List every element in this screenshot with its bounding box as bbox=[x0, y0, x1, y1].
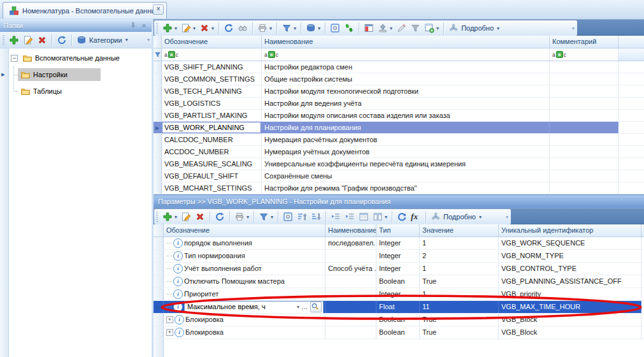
fan-button[interactable]: Подробно▾ bbox=[447, 22, 501, 34]
expand-box-icon[interactable]: + bbox=[166, 316, 173, 323]
table-row[interactable]: CALCDOC_NUMBERНумерация расчётных докуме… bbox=[154, 134, 644, 146]
editor-dropdown-button[interactable]: ▾ bbox=[297, 301, 299, 313]
name-cell[interactable]: Нумерация учётных документов bbox=[262, 146, 550, 157]
tab-nomenclature[interactable]: Номенклатура - Вспомогательные данные bbox=[3, 2, 167, 18]
value-cell[interactable]: True bbox=[420, 314, 499, 326]
table-row[interactable]: VGB_COMMON_SETTINGSОбщие настройки систе… bbox=[154, 73, 644, 85]
delete-button[interactable]: ▾ bbox=[197, 22, 216, 34]
table-button[interactable] bbox=[357, 211, 371, 222]
refresh-button[interactable] bbox=[213, 211, 227, 222]
designation-cell[interactable]: iУчёт выполнения работ bbox=[164, 263, 326, 275]
tree-item-content[interactable]: Таблицы bbox=[18, 85, 64, 98]
name-cell[interactable]: Сохранённые смены bbox=[262, 170, 550, 182]
tree-item-content[interactable]: Настройки bbox=[18, 68, 101, 81]
categories-button[interactable]: Категории▾ bbox=[75, 34, 130, 46]
uid-cell[interactable]: VGB_CONTROL_TYPE bbox=[499, 263, 641, 275]
name-cell[interactable]: Настройки для режима "График производств… bbox=[262, 182, 550, 194]
print-button[interactable]: ▾ bbox=[233, 211, 251, 222]
column-header-type[interactable]: Тип bbox=[376, 224, 420, 237]
comment-cell[interactable] bbox=[550, 73, 619, 85]
column-header-designation[interactable]: Обозначение bbox=[164, 224, 326, 237]
parameter-row[interactable]: iТип нормированияInteger2VGB_NORM_TYPE bbox=[154, 250, 644, 263]
new-window-button[interactable]: ▾ bbox=[422, 22, 441, 34]
parameter-editor-input[interactable]: Максимальное время, ч▾… bbox=[184, 301, 324, 313]
designation-cell[interactable]: iОтключить Помощник мастера bbox=[164, 275, 326, 288]
table-row[interactable]: VGB_TECH_PLANNINGНастройки модуля технол… bbox=[154, 85, 644, 98]
type-cell[interactable]: Integer bbox=[376, 237, 420, 249]
uid-cell[interactable]: VGB_Block bbox=[499, 314, 641, 326]
comment-cell[interactable] bbox=[550, 98, 619, 109]
designation-cell[interactable]: VGB_MEASURE_SCALING bbox=[162, 158, 262, 170]
export-up-button[interactable]: ▾ bbox=[376, 22, 394, 34]
designation-cell[interactable]: VGB_SHIFT_PLANNING bbox=[162, 61, 262, 73]
type-cell[interactable]: Integer bbox=[376, 250, 420, 262]
add-button[interactable]: ▾ bbox=[161, 22, 179, 34]
designation-cell[interactable]: iТип нормирования bbox=[164, 250, 326, 262]
comment-cell[interactable] bbox=[550, 134, 619, 145]
designation-cell[interactable]: VGB_LOGISTICS bbox=[162, 98, 262, 109]
designation-cell[interactable]: VGB_COMMON_SETTINGS bbox=[162, 73, 262, 85]
filter-button[interactable]: ▾ bbox=[257, 211, 275, 222]
table-row[interactable]: VGB_SHIFT_PLANNINGНастройки редактора см… bbox=[154, 61, 644, 73]
comment-cell[interactable] bbox=[550, 110, 619, 121]
find-button[interactable] bbox=[236, 22, 250, 34]
designation-cell[interactable]: +iБлокировка bbox=[164, 314, 326, 326]
sort-up-button[interactable] bbox=[295, 211, 309, 222]
name-cell[interactable] bbox=[326, 288, 376, 300]
name-cell[interactable] bbox=[326, 275, 376, 288]
name-cell[interactable]: последовател... bbox=[326, 237, 376, 249]
name-cell[interactable]: Универсальные коэффициенты пересчёта еди… bbox=[262, 158, 550, 170]
refresh-button[interactable] bbox=[55, 34, 69, 46]
indent-button[interactable] bbox=[343, 211, 357, 222]
name-cell[interactable] bbox=[326, 326, 376, 339]
uid-cell[interactable]: VGB_Block bbox=[499, 326, 641, 339]
name-cell[interactable] bbox=[326, 314, 376, 326]
filter-cell-designation[interactable]: авс bbox=[162, 48, 262, 61]
edit-button[interactable] bbox=[179, 211, 193, 222]
designation-cell[interactable]: VGB_DEFAULT_SHIFT bbox=[162, 170, 262, 182]
uid-cell[interactable]: VGB_PLANNING_ASSISTANCE_OFF bbox=[499, 275, 641, 288]
sync-button[interactable] bbox=[395, 211, 409, 222]
table-row[interactable]: ACCDOC_NUMBERНумерация учётных документо… bbox=[154, 146, 644, 158]
table-row[interactable]: ▸VGB_WORK_PLANNINGНастройки для планиров… bbox=[154, 122, 644, 134]
name-cell[interactable]: Способ учёта ... bbox=[326, 263, 376, 275]
parameter-row[interactable]: iПриоритетInteger1VGB_priority bbox=[154, 288, 644, 301]
panel-red-button[interactable] bbox=[362, 22, 376, 34]
designation-cell[interactable]: VGB_TECH_PLANNING bbox=[162, 85, 262, 97]
name-cell[interactable]: Общие настройки системы bbox=[262, 73, 550, 85]
sort-down-button[interactable] bbox=[309, 211, 323, 222]
designation-cell[interactable]: ACCDOC_NUMBER bbox=[162, 146, 262, 157]
tree-root-item[interactable]: −Вспомогательные данные bbox=[9, 50, 152, 66]
settings-window-button[interactable] bbox=[281, 211, 295, 222]
editor-ellipsis-button[interactable]: … bbox=[301, 301, 308, 313]
comment-cell[interactable] bbox=[550, 85, 619, 97]
green-steps-button[interactable] bbox=[342, 22, 356, 34]
comment-cell[interactable] bbox=[550, 146, 619, 157]
value-cell[interactable]: 1 bbox=[420, 263, 499, 275]
close-icon[interactable]: × bbox=[140, 21, 148, 30]
column-header-uid[interactable]: Уникальный идентификатор bbox=[499, 224, 641, 237]
table-row[interactable]: VGB_MEASURE_SCALINGУниверсальные коэффиц… bbox=[154, 158, 644, 170]
type-cell[interactable]: Integer bbox=[376, 288, 420, 300]
designation-cell[interactable]: iПриоритет bbox=[164, 288, 326, 300]
print-button[interactable]: ▾ bbox=[255, 22, 274, 34]
name-cell[interactable]: Настройки модуля технологической подгото… bbox=[262, 85, 550, 97]
filter-cell-comment[interactable]: авс bbox=[550, 48, 619, 61]
tab-close-button[interactable]: × bbox=[153, 4, 164, 15]
parameter-row[interactable]: iпорядок выполненияпоследовател...Intege… bbox=[154, 237, 644, 250]
column-header-name[interactable]: Наименование bbox=[326, 224, 376, 237]
value-cell[interactable]: True bbox=[420, 326, 499, 339]
edit-button[interactable]: ▾ bbox=[179, 22, 197, 34]
sidebar-item-tablicy[interactable]: Таблицы bbox=[9, 83, 152, 99]
designation-cell[interactable]: CALCDOC_NUMBER bbox=[162, 134, 262, 145]
designation-cell[interactable]: iМаксимальное время, ч▾… bbox=[164, 301, 326, 313]
designation-cell[interactable]: +iБлокировка bbox=[164, 326, 326, 339]
column-header-comment[interactable]: Комментарий bbox=[550, 36, 619, 48]
value-cell[interactable]: 1 bbox=[420, 237, 499, 249]
column-header-value[interactable]: Значение bbox=[420, 224, 499, 237]
refresh-button[interactable] bbox=[222, 22, 236, 34]
value-cell[interactable]: 1 bbox=[420, 288, 499, 300]
erase-button[interactable] bbox=[394, 22, 408, 34]
collapse-box-icon[interactable]: − bbox=[11, 55, 18, 62]
name-cell[interactable] bbox=[326, 301, 376, 313]
